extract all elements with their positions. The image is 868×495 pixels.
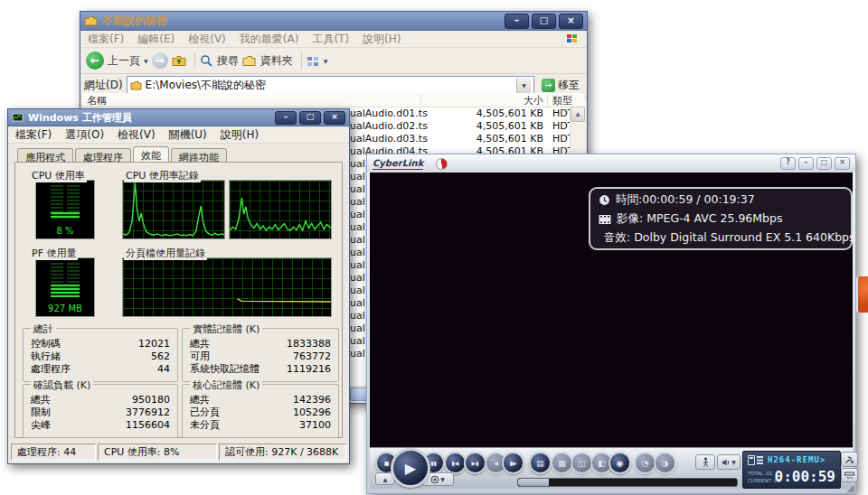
- menu-item[interactable]: 檢視(V): [188, 32, 226, 47]
- menu-item[interactable]: 檔案(F): [15, 127, 52, 143]
- address-input[interactable]: E:\Movies\不能說的秘密 ▼: [127, 76, 534, 95]
- stat-value: 142396: [293, 394, 331, 406]
- stat-value: 1833388: [287, 338, 331, 350]
- stat-label: 已分頁: [190, 406, 220, 419]
- folders-label[interactable]: 資料夾: [260, 53, 293, 69]
- explorer-titlebar[interactable]: 不能說的秘密 – □ ×: [80, 12, 587, 31]
- close-button[interactable]: ×: [835, 157, 850, 170]
- stat-row: 可用763772: [190, 350, 331, 363]
- status-cell[interactable]: 處理程序: 44: [11, 444, 96, 461]
- back-label[interactable]: 上一頁: [108, 53, 140, 69]
- menu-item[interactable]: 選項(O): [65, 127, 104, 143]
- menu-item[interactable]: 編輯(E): [137, 32, 175, 47]
- explorer-menubar: 檔案(F)編輯(E)檢視(V)我的最愛(A)工具(T)說明(H): [80, 31, 587, 48]
- cpu-history-graph-1: [122, 180, 225, 239]
- stat-value: 12021: [138, 338, 170, 350]
- maximize-button[interactable]: □: [532, 14, 556, 29]
- osd-video-line: 影像: MPEG-4 AVC 25.96Mbps: [590, 210, 851, 229]
- column-size[interactable]: 大小: [426, 94, 543, 107]
- menu-item[interactable]: 說明(H): [363, 32, 401, 47]
- windows-logo-icon: [565, 33, 580, 45]
- volume-button[interactable]: ▼: [717, 454, 741, 470]
- menu-item[interactable]: 關機(U): [169, 127, 207, 143]
- next-button[interactable]: ▶▮: [464, 452, 486, 474]
- play-button[interactable]: ▶: [391, 448, 430, 488]
- osd-time-line: 時間:00:00:59 / 00:19:37: [590, 191, 851, 210]
- tab-strip: 應用程式處理程序效能網路功能: [17, 145, 229, 163]
- back-button[interactable]: ←: [86, 51, 104, 70]
- views-dropdown-icon[interactable]: ▼: [324, 58, 328, 64]
- mobility-mode-button[interactable]: [695, 454, 715, 470]
- folder-icon: [130, 80, 142, 90]
- tools-icon: [844, 455, 854, 464]
- maximize-button[interactable]: □: [816, 157, 832, 170]
- address-dropdown-button[interactable]: ▼: [516, 78, 531, 93]
- up-folder-icon[interactable]: [172, 54, 186, 67]
- minimize-button[interactable]: –: [505, 14, 529, 29]
- column-divider[interactable]: [547, 94, 548, 106]
- help-button[interactable]: ?: [780, 157, 796, 170]
- cpu-usage-gauge: 8 %: [35, 180, 95, 239]
- folders-icon[interactable]: [242, 55, 257, 67]
- menu-item[interactable]: 我的最愛(A): [240, 32, 299, 47]
- chevron-down-icon: ▼: [731, 459, 736, 465]
- powerdvd-window: CyberLink ? – □ × 時間:00:00:59 / 00:19:37…: [366, 154, 856, 494]
- configuration-button[interactable]: [841, 452, 858, 467]
- column-type[interactable]: 類型: [552, 94, 572, 107]
- menu-button[interactable]: ▤: [529, 452, 552, 474]
- group-rows: 總共950180限制3776912尖峰1156604: [31, 394, 170, 432]
- menu-item[interactable]: 工具(T): [312, 32, 349, 47]
- column-divider[interactable]: [420, 94, 421, 106]
- search-label[interactable]: 搜尋: [217, 53, 239, 69]
- player-titlebar[interactable]: CyberLink ? – □ ×: [367, 154, 855, 173]
- led-lit-segment: [51, 212, 80, 219]
- seek-bar[interactable]: [517, 478, 738, 487]
- search-icon[interactable]: [200, 54, 213, 68]
- stat-row: 系統快取記憶體1119216: [190, 363, 331, 376]
- close-button[interactable]: ×: [559, 14, 583, 29]
- minimize-button[interactable]: –: [798, 157, 814, 170]
- panel-mode-button[interactable]: [841, 468, 858, 482]
- go-label: 移至: [558, 78, 580, 93]
- go-button[interactable]: → 移至: [538, 78, 583, 93]
- close-button[interactable]: ×: [324, 111, 345, 125]
- stat-label: 限制: [31, 406, 51, 419]
- group-rows: 總共1833388可用763772系統快取記憶體1119216: [190, 338, 331, 376]
- stat-row: 總共1833388: [190, 338, 331, 350]
- lcd-display: H264-REMU> TOTAL :01 CURRENT :01 0:00:59: [742, 451, 841, 489]
- address-value: E:\Movies\不能說的秘密: [146, 78, 516, 93]
- resize-grip[interactable]: [846, 484, 854, 492]
- disc-icon: [430, 475, 439, 484]
- maximize-button[interactable]: □: [299, 111, 321, 125]
- stat-row: 執行緒562: [31, 350, 170, 363]
- stat-value: 1156604: [126, 419, 170, 432]
- back-dropdown-icon[interactable]: ▼: [144, 58, 148, 64]
- stat-label: 未分頁: [190, 419, 220, 432]
- window-title: 不能說的秘密: [102, 14, 502, 29]
- menu-item[interactable]: 檔案(F): [88, 32, 124, 47]
- video-area[interactable]: 時間:00:00:59 / 00:19:37 影像: MPEG-4 AVC 25…: [370, 173, 853, 448]
- forward-button[interactable]: →: [152, 52, 168, 69]
- column-name[interactable]: 名稱: [87, 94, 107, 107]
- menu-item[interactable]: 說明(H): [221, 127, 259, 143]
- task-manager-icon: [12, 113, 24, 123]
- taskmgr-titlebar[interactable]: Windows 工作管理員 – □ ×: [8, 109, 349, 126]
- views-icon[interactable]: [307, 55, 320, 67]
- file-info-icon: [748, 455, 764, 465]
- shuffle-button[interactable]: ◑: [654, 452, 676, 474]
- status-cell[interactable]: CPU 使用率: 8%: [98, 444, 217, 461]
- group-title: 核心記憶體 (K): [190, 378, 262, 392]
- step-forward-button[interactable]: ▮▶: [502, 452, 524, 474]
- snapshot-button[interactable]: ◉: [609, 452, 631, 474]
- kernel-memory-group: 核心記憶體 (K) 總共142396已分頁105296未分頁37100: [182, 384, 339, 438]
- pf-gauge-label: PF 使用量: [30, 247, 78, 260]
- group-rows: 總共142396已分頁105296未分頁37100: [190, 394, 331, 432]
- scroll-up-button[interactable]: ▲: [571, 107, 585, 122]
- stat-row: 總共950180: [31, 394, 170, 406]
- stat-row: 處理程序44: [31, 363, 170, 376]
- status-cell[interactable]: 認可使用: 927K / 3688K: [219, 444, 346, 461]
- minimize-button[interactable]: –: [275, 111, 297, 125]
- stat-value: 105296: [293, 406, 331, 419]
- desktop-icon-fragment[interactable]: [856, 276, 868, 313]
- menu-item[interactable]: 檢視(V): [118, 127, 156, 143]
